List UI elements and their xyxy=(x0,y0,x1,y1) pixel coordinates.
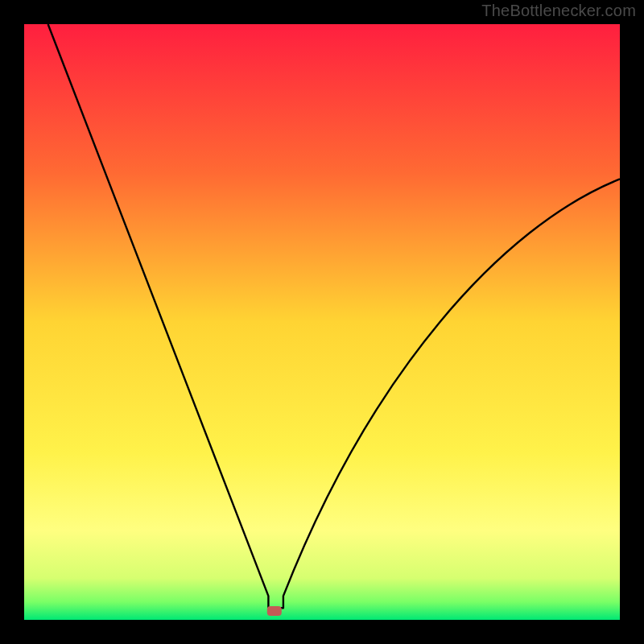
optimum-marker xyxy=(267,606,282,616)
plot-background xyxy=(24,24,620,620)
border-right xyxy=(620,0,644,644)
border-bottom xyxy=(0,620,644,644)
border-left xyxy=(0,0,24,644)
watermark-text: TheBottlenecker.com xyxy=(481,2,636,20)
bottleneck-chart xyxy=(0,0,644,644)
